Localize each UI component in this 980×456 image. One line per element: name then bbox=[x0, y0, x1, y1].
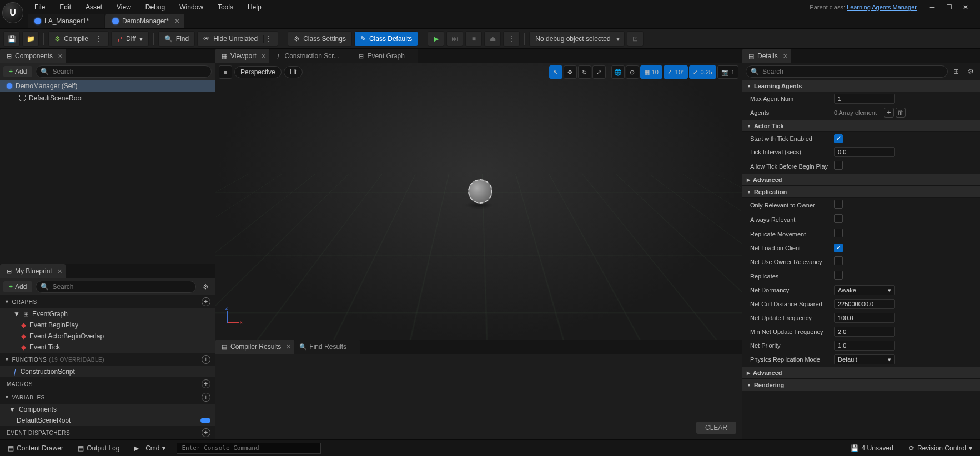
scale-snap-button[interactable]: ⤢0.25 bbox=[689, 65, 716, 79]
find-results-tab[interactable]: 🔍Find Results bbox=[294, 340, 360, 354]
cat-actor-tick[interactable]: ▼Actor Tick bbox=[742, 120, 980, 132]
console-input[interactable] bbox=[177, 443, 321, 454]
details-search-input[interactable] bbox=[762, 68, 943, 75]
components-tab[interactable]: ⊞ Components ✕ bbox=[0, 49, 66, 63]
cat-actor-tick-advanced[interactable]: ▶Advanced bbox=[742, 174, 980, 186]
myblueprint-search[interactable]: 🔍 bbox=[36, 281, 196, 293]
revision-control-button[interactable]: ⟳Revision Control▾ bbox=[906, 443, 976, 454]
hide-unrelated-button[interactable]: 👁Hide Unrelated⋮ bbox=[197, 31, 278, 47]
cat-replication-advanced[interactable]: ▶Advanced bbox=[742, 367, 980, 379]
graphs-section[interactable]: ▼Graphs+ bbox=[0, 295, 215, 308]
details-search[interactable]: 🔍 bbox=[746, 65, 948, 78]
event-tick[interactable]: ◆Event Tick bbox=[0, 342, 215, 353]
prop-only-relevant-owner-checkbox[interactable] bbox=[834, 200, 843, 209]
close-icon[interactable]: ✕ bbox=[783, 53, 788, 60]
prop-net-cull-distance-input[interactable] bbox=[834, 299, 895, 309]
find-button[interactable]: 🔍Find bbox=[158, 31, 195, 47]
prop-net-priority-input[interactable] bbox=[834, 341, 895, 351]
event-dispatchers-section[interactable]: Event Dispatchers+ bbox=[0, 426, 215, 439]
component-defaultsceneroot[interactable]: ⛶ DefaultSceneRoot bbox=[0, 92, 215, 104]
camera-speed-button[interactable]: 📷1 bbox=[717, 65, 738, 79]
stop-button[interactable]: ■ bbox=[465, 31, 482, 47]
myblueprint-search-input[interactable] bbox=[52, 283, 191, 291]
add-dispatcher-button[interactable]: + bbox=[202, 428, 210, 437]
menu-debug[interactable]: Debug bbox=[139, 1, 172, 13]
prop-net-dormancy-select[interactable]: Awake bbox=[834, 285, 895, 295]
play-options-button[interactable]: ⋮ bbox=[503, 31, 520, 47]
variables-section[interactable]: ▼Variables+ bbox=[0, 391, 215, 404]
variables-components-group[interactable]: ▼Components bbox=[0, 404, 215, 415]
event-beginplay[interactable]: ◆Event BeginPlay bbox=[0, 320, 215, 331]
cat-replication[interactable]: ▼Replication bbox=[742, 186, 980, 198]
save-button[interactable]: 💾 bbox=[3, 31, 20, 47]
viewport-lit-button[interactable]: Lit bbox=[284, 66, 303, 78]
prop-tick-interval-input[interactable] bbox=[834, 147, 895, 157]
grid-snap-button[interactable]: ▦10 bbox=[640, 65, 662, 79]
add-variable-button[interactable]: + bbox=[202, 393, 210, 402]
event-graph-tab[interactable]: ⊞Event Graph bbox=[353, 49, 418, 63]
component-demomanager-self[interactable]: DemoManager (Self) bbox=[0, 80, 215, 92]
compile-button[interactable]: ⚙Compile⋮ bbox=[48, 31, 109, 47]
clear-array-button[interactable]: 🗑 bbox=[896, 108, 906, 118]
select-tool[interactable]: ↖ bbox=[549, 65, 562, 79]
components-search-input[interactable] bbox=[52, 68, 207, 75]
window-close[interactable]: ✕ bbox=[961, 3, 970, 12]
eject-button[interactable]: ⏏ bbox=[484, 31, 501, 47]
close-icon[interactable]: ✕ bbox=[58, 53, 63, 60]
prop-replicate-movement-checkbox[interactable] bbox=[834, 229, 843, 237]
prop-net-use-owner-relevancy-checkbox[interactable] bbox=[834, 256, 843, 265]
cat-rendering[interactable]: ▼Rendering bbox=[742, 379, 980, 391]
prop-physics-replication-select[interactable]: Default bbox=[834, 354, 895, 364]
prop-allow-tick-before-checkbox[interactable] bbox=[834, 161, 843, 170]
unsaved-button[interactable]: 💾4 Unsaved bbox=[847, 443, 897, 454]
rotate-tool[interactable]: ↻ bbox=[578, 65, 591, 79]
menu-edit[interactable]: Edit bbox=[53, 1, 78, 13]
prop-max-agent-num-input[interactable] bbox=[834, 94, 895, 104]
components-search[interactable]: 🔍 bbox=[36, 65, 212, 78]
add-macro-button[interactable]: + bbox=[202, 379, 210, 388]
viewport-perspective-button[interactable]: Perspective bbox=[234, 66, 282, 78]
output-log-button[interactable]: ▤Output Log bbox=[74, 443, 123, 454]
construction-script-tab[interactable]: ƒConstruction Scr... bbox=[269, 49, 352, 63]
ue-logo[interactable] bbox=[2, 2, 23, 23]
window-minimize[interactable]: ─ bbox=[928, 3, 937, 12]
add-graph-button[interactable]: + bbox=[202, 297, 210, 306]
debug-locate-button[interactable]: ⊡ bbox=[627, 31, 644, 47]
prop-net-load-client-checkbox[interactable] bbox=[834, 244, 843, 252]
filetab-demomanager[interactable]: DemoManager* ✕ bbox=[105, 14, 184, 28]
prop-net-update-freq-input[interactable] bbox=[834, 313, 895, 323]
angle-snap-button[interactable]: ∠10° bbox=[664, 65, 688, 79]
browse-button[interactable]: 📁 bbox=[22, 31, 39, 47]
coord-space-button[interactable]: 🌐 bbox=[611, 65, 625, 79]
add-blueprint-button[interactable]: +Add bbox=[3, 281, 32, 292]
add-component-button[interactable]: +Add bbox=[3, 66, 32, 77]
add-function-button[interactable]: + bbox=[202, 355, 210, 364]
cat-learning-agents[interactable]: ▼Learning Agents bbox=[742, 80, 980, 92]
content-drawer-button[interactable]: ▤Content Drawer bbox=[4, 443, 67, 454]
add-array-element-button[interactable]: + bbox=[884, 108, 894, 118]
actor-sphere[interactable] bbox=[468, 179, 492, 204]
diff-button[interactable]: ⇄Diff▾ bbox=[111, 31, 149, 47]
class-settings-button[interactable]: ⚙Class Settings bbox=[288, 31, 352, 47]
parent-class-link[interactable]: Learning Agents Manager bbox=[847, 4, 917, 11]
macros-section[interactable]: Macros+ bbox=[0, 377, 215, 391]
eventgraph-item[interactable]: ▼⊞EventGraph bbox=[0, 308, 215, 320]
details-tab[interactable]: ▤Details✕ bbox=[742, 49, 791, 63]
viewport[interactable]: ≡ Perspective Lit ↖ ✥ ↻ ⤢ 🌐 ⊙ ▦10 ∠10° ⤢… bbox=[215, 63, 742, 340]
menu-tools[interactable]: Tools bbox=[211, 1, 240, 13]
clear-button[interactable]: CLEAR bbox=[696, 422, 736, 434]
menu-view[interactable]: View bbox=[110, 1, 138, 13]
play-button[interactable]: ▶ bbox=[428, 31, 444, 47]
filetab-la-manager[interactable]: LA_Manager1* bbox=[28, 14, 104, 28]
myblueprint-tab[interactable]: ⊞ My Blueprint ✕ bbox=[0, 264, 66, 278]
scale-tool[interactable]: ⤢ bbox=[592, 65, 606, 79]
close-icon[interactable]: ✕ bbox=[57, 268, 62, 275]
translate-tool[interactable]: ✥ bbox=[564, 65, 577, 79]
close-icon[interactable]: ✕ bbox=[261, 53, 266, 60]
prop-replicates-checkbox[interactable] bbox=[834, 271, 843, 280]
class-defaults-button[interactable]: ✎Class Defaults bbox=[354, 31, 418, 47]
event-actorbeginoverlap[interactable]: ◆Event ActorBeginOverlap bbox=[0, 331, 215, 342]
compiler-results-tab[interactable]: ▤Compiler Results✕ bbox=[215, 340, 294, 354]
viewport-options-button[interactable]: ≡ bbox=[219, 65, 232, 79]
var-defaultsceneroot[interactable]: DefaultSceneRoot bbox=[0, 415, 215, 426]
